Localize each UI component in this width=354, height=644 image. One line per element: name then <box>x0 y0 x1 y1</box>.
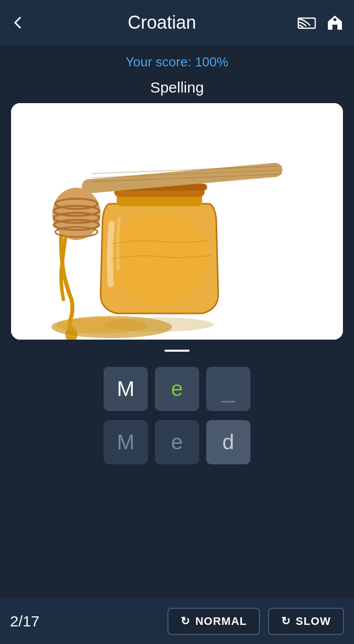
tiles-section: M e _ M e d <box>0 357 354 479</box>
honey-image <box>11 103 343 340</box>
choice-tile-1[interactable]: e <box>155 420 199 464</box>
choice-tile-0[interactable]: M <box>104 420 148 464</box>
bottom-bar: 2/17 ↻ NORMAL ↻ SLOW <box>0 599 354 644</box>
svg-point-2 <box>333 18 336 21</box>
slow-label: SLOW <box>296 615 331 628</box>
normal-label: NORMAL <box>195 615 247 628</box>
mode-label: Spelling <box>0 75 354 103</box>
answer-tiles-row: M e _ <box>104 367 250 411</box>
slow-button[interactable]: ↻ SLOW <box>268 608 344 635</box>
svg-point-10 <box>108 214 209 304</box>
score-text: Your score: 100% <box>126 54 228 69</box>
answer-tile-1[interactable]: e <box>155 367 199 411</box>
header: Croatian <box>0 0 354 45</box>
home-icon <box>326 14 344 32</box>
answer-tile-0[interactable]: M <box>104 367 148 411</box>
cast-icon <box>298 16 316 30</box>
back-icon <box>10 15 26 31</box>
answer-tile-2[interactable]: _ <box>206 367 250 411</box>
bottom-buttons: ↻ NORMAL ↻ SLOW <box>167 608 344 635</box>
svg-point-18 <box>103 317 214 332</box>
answer-dash <box>164 350 190 352</box>
choice-tile-2[interactable]: d <box>206 420 250 464</box>
home-button[interactable] <box>326 14 344 32</box>
cast-button[interactable] <box>298 16 316 30</box>
refresh-normal-icon: ↻ <box>181 615 190 628</box>
image-card <box>11 103 343 340</box>
page-title: Croatian <box>128 12 196 33</box>
back-button[interactable] <box>10 15 26 31</box>
choice-tiles-row: M e d <box>104 420 250 464</box>
header-icons <box>298 14 344 32</box>
normal-button[interactable]: ↻ NORMAL <box>167 608 260 635</box>
progress-text: 2/17 <box>10 613 167 630</box>
honey-illustration <box>11 103 343 340</box>
refresh-slow-icon: ↻ <box>281 615 291 628</box>
answer-area <box>0 340 354 357</box>
score-bar: Your score: 100% <box>0 45 354 75</box>
svg-rect-1 <box>333 26 337 30</box>
